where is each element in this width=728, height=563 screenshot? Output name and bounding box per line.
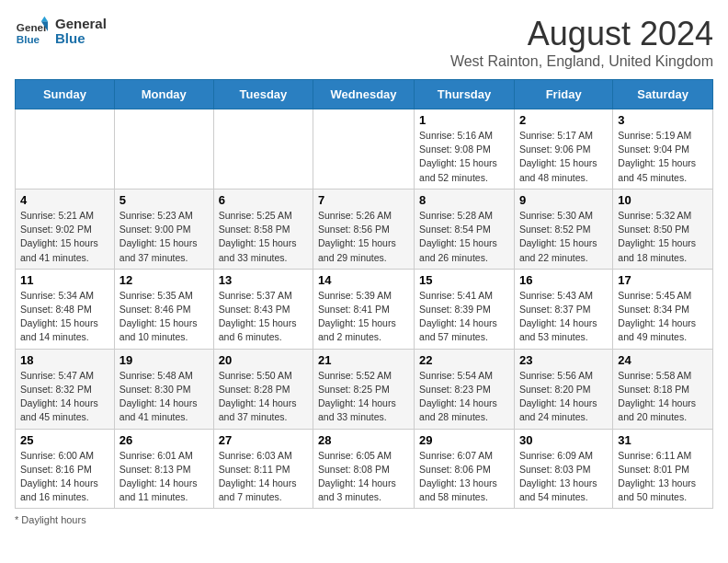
calendar-day-cell: 6Sunrise: 5:25 AMSunset: 8:58 PMDaylight…: [213, 189, 313, 269]
calendar-day-cell: 28Sunrise: 6:05 AMSunset: 8:08 PMDayligh…: [313, 429, 415, 509]
day-number: 4: [20, 193, 109, 207]
calendar-day-cell: 12Sunrise: 5:35 AMSunset: 8:46 PMDayligh…: [114, 269, 213, 349]
calendar-week-row: 1Sunrise: 5:16 AMSunset: 9:08 PMDaylight…: [16, 109, 713, 190]
calendar-day-cell: [313, 109, 415, 190]
calendar-day-cell: 15Sunrise: 5:41 AMSunset: 8:39 PMDayligh…: [415, 269, 515, 349]
day-number: 23: [519, 353, 608, 367]
calendar-day-cell: 26Sunrise: 6:01 AMSunset: 8:13 PMDayligh…: [114, 429, 213, 509]
day-number: 1: [419, 113, 509, 127]
title-area: August 2024 West Rainton, England, Unite…: [450, 15, 713, 70]
day-info: Sunrise: 5:19 AMSunset: 9:04 PMDaylight:…: [618, 129, 708, 185]
subtitle: West Rainton, England, United Kingdom: [450, 53, 713, 70]
day-info: Sunrise: 5:23 AMSunset: 9:00 PMDaylight:…: [119, 209, 209, 265]
day-number: 6: [219, 193, 308, 207]
day-number: 12: [119, 273, 209, 287]
calendar-day-cell: 17Sunrise: 5:45 AMSunset: 8:34 PMDayligh…: [613, 269, 713, 349]
calendar-day-cell: 21Sunrise: 5:52 AMSunset: 8:25 PMDayligh…: [313, 349, 415, 429]
day-info: Sunrise: 5:56 AMSunset: 8:20 PMDaylight:…: [519, 369, 608, 425]
day-number: 20: [219, 353, 308, 367]
day-info: Sunrise: 5:35 AMSunset: 8:46 PMDaylight:…: [119, 289, 209, 345]
calendar-day-cell: 13Sunrise: 5:37 AMSunset: 8:43 PMDayligh…: [213, 269, 313, 349]
day-info: Sunrise: 5:17 AMSunset: 9:06 PMDaylight:…: [519, 129, 608, 185]
calendar-day-cell: 23Sunrise: 5:56 AMSunset: 8:20 PMDayligh…: [514, 349, 612, 429]
calendar-day-cell: 11Sunrise: 5:34 AMSunset: 8:48 PMDayligh…: [16, 269, 115, 349]
day-info: Sunrise: 5:58 AMSunset: 8:18 PMDaylight:…: [618, 369, 708, 425]
day-info: Sunrise: 5:21 AMSunset: 9:02 PMDaylight:…: [20, 209, 109, 265]
calendar-table: SundayMondayTuesdayWednesdayThursdayFrid…: [15, 79, 713, 509]
day-number: 2: [519, 113, 608, 127]
day-info: Sunrise: 6:01 AMSunset: 8:13 PMDaylight:…: [119, 449, 209, 505]
calendar-day-cell: 20Sunrise: 5:50 AMSunset: 8:28 PMDayligh…: [213, 349, 313, 429]
day-info: Sunrise: 5:34 AMSunset: 8:48 PMDaylight:…: [20, 289, 109, 345]
day-info: Sunrise: 6:11 AMSunset: 8:01 PMDaylight:…: [618, 449, 708, 505]
day-number: 5: [119, 193, 209, 207]
calendar-day-cell: 24Sunrise: 5:58 AMSunset: 8:18 PMDayligh…: [613, 349, 713, 429]
calendar-week-row: 25Sunrise: 6:00 AMSunset: 8:16 PMDayligh…: [16, 429, 713, 509]
day-number: 14: [318, 273, 409, 287]
day-info: Sunrise: 5:41 AMSunset: 8:39 PMDaylight:…: [419, 289, 509, 345]
calendar-day-cell: 7Sunrise: 5:26 AMSunset: 8:56 PMDaylight…: [313, 189, 415, 269]
day-info: Sunrise: 5:28 AMSunset: 8:54 PMDaylight:…: [419, 209, 509, 265]
day-info: Sunrise: 5:37 AMSunset: 8:43 PMDaylight:…: [219, 289, 308, 345]
calendar-day-cell: 5Sunrise: 5:23 AMSunset: 9:00 PMDaylight…: [114, 189, 213, 269]
day-info: Sunrise: 5:48 AMSunset: 8:30 PMDaylight:…: [119, 369, 209, 425]
calendar-day-cell: 10Sunrise: 5:32 AMSunset: 8:50 PMDayligh…: [613, 189, 713, 269]
calendar-day-cell: 25Sunrise: 6:00 AMSunset: 8:16 PMDayligh…: [16, 429, 115, 509]
calendar-day-cell: [213, 109, 313, 190]
calendar-week-row: 18Sunrise: 5:47 AMSunset: 8:32 PMDayligh…: [16, 349, 713, 429]
day-number: 30: [519, 433, 608, 447]
day-info: Sunrise: 6:07 AMSunset: 8:06 PMDaylight:…: [419, 449, 509, 505]
day-number: 9: [519, 193, 608, 207]
calendar-header-row: SundayMondayTuesdayWednesdayThursdayFrid…: [16, 80, 713, 109]
calendar-day-header: Friday: [514, 80, 612, 109]
day-number: 8: [419, 193, 509, 207]
day-number: 28: [318, 433, 409, 447]
calendar-day-cell: [16, 109, 115, 190]
calendar-day-cell: 1Sunrise: 5:16 AMSunset: 9:08 PMDaylight…: [415, 109, 515, 190]
calendar-day-cell: 14Sunrise: 5:39 AMSunset: 8:41 PMDayligh…: [313, 269, 415, 349]
calendar-day-cell: 29Sunrise: 6:07 AMSunset: 8:06 PMDayligh…: [415, 429, 515, 509]
day-number: 27: [219, 433, 308, 447]
day-number: 22: [419, 353, 509, 367]
day-number: 11: [20, 273, 109, 287]
calendar-day-cell: 31Sunrise: 6:11 AMSunset: 8:01 PMDayligh…: [613, 429, 713, 509]
svg-marker-3: [41, 17, 48, 21]
calendar-day-cell: 22Sunrise: 5:54 AMSunset: 8:23 PMDayligh…: [415, 349, 515, 429]
day-number: 19: [119, 353, 209, 367]
day-number: 17: [618, 273, 708, 287]
day-number: 31: [618, 433, 708, 447]
day-info: Sunrise: 5:45 AMSunset: 8:34 PMDaylight:…: [618, 289, 708, 345]
calendar-day-header: Sunday: [16, 80, 115, 109]
day-number: 29: [419, 433, 509, 447]
day-number: 7: [318, 193, 409, 207]
day-number: 24: [618, 353, 708, 367]
calendar-day-cell: 19Sunrise: 5:48 AMSunset: 8:30 PMDayligh…: [114, 349, 213, 429]
calendar-day-cell: 3Sunrise: 5:19 AMSunset: 9:04 PMDaylight…: [613, 109, 713, 190]
calendar-day-cell: 4Sunrise: 5:21 AMSunset: 9:02 PMDaylight…: [16, 189, 115, 269]
day-info: Sunrise: 5:50 AMSunset: 8:28 PMDaylight:…: [219, 369, 308, 425]
logo: General Blue General Blue: [15, 15, 107, 48]
logo-line1: General: [55, 17, 107, 32]
calendar-day-cell: [114, 109, 213, 190]
day-number: 13: [219, 273, 308, 287]
day-info: Sunrise: 5:16 AMSunset: 9:08 PMDaylight:…: [419, 129, 509, 185]
day-info: Sunrise: 5:52 AMSunset: 8:25 PMDaylight:…: [318, 369, 409, 425]
day-info: Sunrise: 6:03 AMSunset: 8:11 PMDaylight:…: [219, 449, 308, 505]
day-info: Sunrise: 6:09 AMSunset: 8:03 PMDaylight:…: [519, 449, 608, 505]
day-number: 26: [119, 433, 209, 447]
footer-note: * Daylight hours: [15, 514, 713, 525]
header: General Blue General Blue August 2024 We…: [15, 15, 713, 70]
day-info: Sunrise: 5:26 AMSunset: 8:56 PMDaylight:…: [318, 209, 409, 265]
day-info: Sunrise: 5:39 AMSunset: 8:41 PMDaylight:…: [318, 289, 409, 345]
calendar-day-cell: 2Sunrise: 5:17 AMSunset: 9:06 PMDaylight…: [514, 109, 612, 190]
calendar-day-header: Thursday: [415, 80, 515, 109]
day-info: Sunrise: 5:54 AMSunset: 8:23 PMDaylight:…: [419, 369, 509, 425]
calendar-day-header: Tuesday: [213, 80, 313, 109]
day-number: 15: [419, 273, 509, 287]
day-info: Sunrise: 6:05 AMSunset: 8:08 PMDaylight:…: [318, 449, 409, 505]
day-info: Sunrise: 5:25 AMSunset: 8:58 PMDaylight:…: [219, 209, 308, 265]
calendar-day-cell: 16Sunrise: 5:43 AMSunset: 8:37 PMDayligh…: [514, 269, 612, 349]
day-info: Sunrise: 6:00 AMSunset: 8:16 PMDaylight:…: [20, 449, 109, 505]
day-number: 21: [318, 353, 409, 367]
day-number: 10: [618, 193, 708, 207]
